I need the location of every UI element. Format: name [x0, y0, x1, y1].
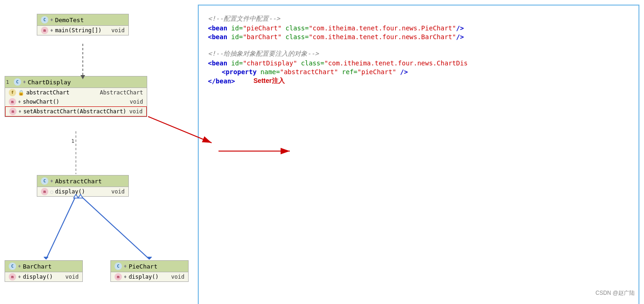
- xml-attr-id1: id=: [231, 24, 243, 32]
- xml-close1: />: [456, 24, 464, 32]
- xml-val-name: "abstractChart": [280, 68, 338, 76]
- barchart-m-icon: ♦: [18, 274, 21, 280]
- demotest-header: C ♦ DemoTest: [37, 14, 128, 26]
- chartdisplay-m2-icon: ♦: [18, 109, 22, 115]
- chartdisplay-field-name: abstractChart: [26, 89, 69, 96]
- xml-val-class3: "com.itheima.tenet.four.news.ChartDis: [324, 59, 468, 67]
- chartdisplay-header: 1 C ♦ ChartDisplay: [5, 76, 147, 88]
- svg-line-7: [80, 196, 150, 259]
- piechart-box: C ♦ PieChart m ♦ display() void: [110, 260, 189, 282]
- piechart-m-badge: m: [115, 273, 122, 281]
- xml-attr-class1: class=: [282, 24, 309, 32]
- abstractchart-m-badge: m: [41, 188, 48, 195]
- abstractchart-box: C ♦ AbstractChart m ○ display() void: [37, 175, 129, 197]
- barchart-display-name: display(): [23, 274, 53, 280]
- xml-bean-barchart: <bean id="barChart" class="com.itheima.t…: [208, 33, 629, 41]
- demotest-icon2: ♦: [50, 28, 53, 34]
- piechart-display-type: void: [171, 274, 184, 280]
- uml-diagram: C ♦ DemoTest m ♦ main(String[]) void 1 C…: [0, 0, 198, 304]
- xml-config-panel: <!--配置文件中配置--> <bean id="pieChart" class…: [198, 5, 639, 304]
- svg-text:1: 1: [71, 138, 75, 144]
- barchart-display-row: m ♦ display() void: [5, 272, 82, 281]
- chartdisplay-showchart-name: showChart(): [23, 99, 59, 105]
- xml-tag-property-close: />: [396, 68, 408, 76]
- chartdisplay-box: 1 C ♦ ChartDisplay f 🔒 abstractChart Abs…: [5, 76, 147, 117]
- piechart-badge: C: [115, 263, 122, 270]
- barchart-title: BarChart: [23, 263, 52, 270]
- abstractchart-icon: ♦: [50, 178, 53, 184]
- piechart-display-row: m ♦ display() void: [111, 272, 188, 281]
- piechart-m-icon: ♦: [124, 274, 127, 280]
- xml-property-line: <property name="abstractChart" ref="pieC…: [208, 68, 629, 76]
- xml-tag-bean2: <bean: [208, 33, 231, 41]
- xml-val-ref: "pieChart": [357, 68, 396, 76]
- demotest-box: C ♦ DemoTest m ♦ main(String[]) void: [37, 14, 129, 35]
- chartdisplay-setabstractchart-row: m ♦ setAbstractChart(AbstractChart) void: [5, 106, 147, 117]
- xml-bean-close-line: </bean> Setter注入: [208, 77, 629, 85]
- chartdisplay-badge: C: [14, 78, 21, 86]
- demotest-main-row: m ♦ main(String[]) void: [37, 26, 128, 35]
- xml-val-class2: "com.itheima.tenet.four.news.BarChart": [309, 33, 456, 41]
- abstractchart-header: C ♦ AbstractChart: [37, 175, 128, 187]
- chartdisplay-m1-badge: m: [9, 98, 16, 105]
- xml-val-id3: "chartDisplay": [243, 59, 297, 67]
- abstractchart-display-name: display(): [55, 188, 85, 195]
- xml-attr-class2: class=: [282, 33, 309, 41]
- xml-bean-chartdisplay: <bean id="chartDisplay" class="com.ithei…: [208, 59, 629, 67]
- xml-attr-id2: id=: [231, 33, 243, 41]
- xml-section-2: <!--给抽象对象配置要注入的对象--> <bean id="chartDisp…: [208, 50, 629, 85]
- abstractchart-display-type: void: [111, 188, 125, 195]
- barchart-icon: ♦: [18, 263, 21, 269]
- demotest-icon: ♦: [50, 17, 53, 23]
- xml-comment-1: <!--配置文件中配置-->: [208, 15, 629, 23]
- xml-attr-name: name=: [260, 68, 280, 76]
- piechart-display-name: display(): [129, 274, 159, 280]
- abstractchart-display-row: m ○ display() void: [37, 187, 128, 196]
- chartdisplay-m2-badge: m: [9, 108, 17, 115]
- demotest-badge: C: [41, 16, 48, 23]
- svg-marker-5: [44, 257, 48, 259]
- demotest-main-name: main(String[]): [55, 27, 102, 34]
- watermark: CSDN @赵广陆: [595, 289, 635, 297]
- xml-section-1: <!--配置文件中配置--> <bean id="pieChart" class…: [208, 15, 629, 41]
- setter-label: Setter注入: [253, 77, 285, 85]
- piechart-icon: ♦: [124, 263, 127, 269]
- chartdisplay-m1-icon: ♦: [18, 99, 21, 105]
- xml-attr-id3: id=: [231, 59, 243, 67]
- xml-attr-ref: ref=: [338, 68, 357, 76]
- xml-tag-property: <property: [222, 68, 260, 76]
- xml-comment-2: <!--给抽象对象配置要注入的对象-->: [208, 50, 629, 58]
- barchart-display-type: void: [65, 274, 79, 280]
- svg-marker-8: [147, 257, 152, 259]
- chartdisplay-num: 1: [6, 79, 9, 85]
- chartdisplay-showchart-type: void: [130, 99, 143, 105]
- abstractchart-badge: C: [41, 177, 48, 185]
- chartdisplay-setabstractchart-type: void: [129, 108, 143, 115]
- abstractchart-m-icon: ○: [50, 189, 53, 195]
- uml-arrows: 1: [0, 0, 198, 304]
- xml-tag-bean1: <bean: [208, 24, 231, 32]
- chartdisplay-f-icon: 🔒: [18, 90, 24, 96]
- xml-val-id1: "pieChart": [243, 24, 282, 32]
- xml-tag-bean3: <bean: [208, 59, 231, 67]
- chartdisplay-showchart-row: m ♦ showChart() void: [5, 97, 147, 106]
- chartdisplay-icon: ♦: [23, 79, 26, 85]
- xml-val-class1: "com.itheima.tenet.four.news.PieChart": [309, 24, 456, 32]
- xml-attr-class3: class=: [297, 59, 324, 67]
- demotest-m-badge: m: [41, 27, 48, 34]
- chartdisplay-field-row: f 🔒 abstractChart AbstractChart: [5, 88, 147, 97]
- piechart-title: PieChart: [129, 263, 158, 270]
- main-container: C ♦ DemoTest m ♦ main(String[]) void 1 C…: [0, 0, 644, 304]
- abstractchart-title: AbstractChart: [55, 178, 102, 185]
- xml-val-id2: "barChart": [243, 33, 282, 41]
- chartdisplay-field-type: AbstractChart: [100, 89, 143, 96]
- xml-tag-bean-close: </bean>: [208, 77, 235, 85]
- barchart-box: C ♦ BarChart m ♦ display() void: [5, 260, 83, 282]
- xml-close2: />: [456, 33, 464, 41]
- chartdisplay-f-badge: f: [9, 89, 16, 96]
- svg-line-4: [46, 196, 76, 259]
- chartdisplay-setabstractchart-name: setAbstractChart(AbstractChart): [23, 108, 126, 115]
- demotest-main-type: void: [111, 27, 125, 34]
- xml-bean-piechart: <bean id="pieChart" class="com.itheima.t…: [208, 24, 629, 32]
- barchart-badge: C: [9, 263, 16, 270]
